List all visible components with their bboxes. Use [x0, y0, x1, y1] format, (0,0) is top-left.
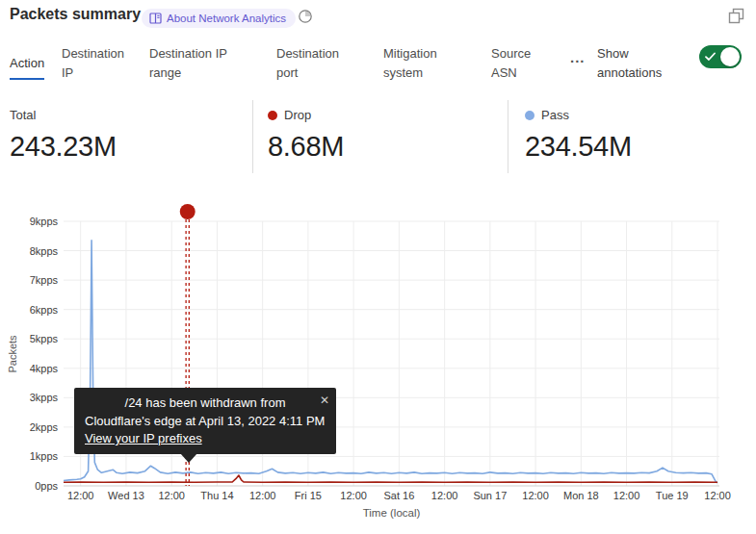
x-tick-label: 12:00 — [158, 490, 185, 501]
x-tick-label: Sun 17 — [473, 490, 507, 501]
x-tick-label: Mon 18 — [563, 490, 599, 501]
y-tick-label: 9kpps — [30, 216, 59, 227]
x-tick-label: 12:00 — [67, 490, 94, 501]
close-icon[interactable]: ✕ — [320, 392, 329, 410]
stat-pass-label: Pass — [541, 108, 569, 122]
drop-legend-dot — [268, 111, 277, 120]
x-tick-label: Wed 13 — [108, 490, 144, 501]
x-axis-title: Time (local) — [363, 507, 421, 519]
series-line-drop — [64, 475, 717, 482]
packets-summary-panel: Packets summary About Network Analytics … — [0, 0, 756, 534]
pass-legend-dot — [525, 111, 534, 120]
y-tick-label: 5kpps — [30, 333, 59, 344]
about-network-analytics-badge[interactable]: About Network Analytics — [142, 9, 296, 28]
more-tabs-button[interactable]: ... — [570, 49, 586, 65]
tab-destination-ip-range[interactable]: Destination IP range — [149, 44, 238, 82]
y-tick-label: 6kpps — [30, 304, 59, 316]
chart-area: 12:00Wed 1312:00Thu 1412:00Fri 1512:00Sa… — [0, 192, 756, 534]
annotation-tooltip: ✕ /24 has been withdrawn from Cloudflare… — [74, 388, 336, 454]
stat-total-value: 243.23M — [10, 131, 252, 163]
tooltip-line2: Cloudflare's edge at April 13, 2022 4:11… — [85, 413, 326, 431]
y-tick-label: 3kpps — [30, 392, 59, 403]
stat-drop-label: Drop — [284, 108, 311, 122]
x-tick-label: Tue 19 — [656, 490, 689, 501]
y-tick-label: 8kpps — [30, 245, 59, 257]
book-icon — [149, 13, 162, 24]
check-icon — [705, 52, 716, 62]
x-tick-label: 12:00 — [613, 490, 640, 501]
x-tick-label: 12:00 — [704, 490, 731, 501]
page-title: Packets summary — [10, 6, 141, 23]
stat-pass-value: 234.54M — [525, 131, 746, 163]
x-tick-label: Fri 15 — [295, 490, 322, 501]
x-tick-label: 12:00 — [249, 490, 276, 501]
tab-source-asn[interactable]: Source ASN — [491, 44, 539, 82]
badge-label: About Network Analytics — [167, 13, 286, 24]
y-tick-label: 2kpps — [30, 421, 59, 433]
annotation-dot[interactable] — [180, 204, 196, 219]
show-annotations-label: Show annotations — [597, 44, 680, 83]
y-tick-label: 0pps — [35, 480, 58, 492]
stat-drop-value: 8.68M — [268, 131, 508, 163]
tab-destination-port[interactable]: Destination port — [276, 44, 350, 82]
tooltip-line1: /24 has been withdrawn from — [85, 394, 326, 413]
toggle-knob — [720, 47, 740, 66]
x-tick-label: 12:00 — [431, 490, 458, 501]
x-tick-label: 12:00 — [522, 490, 549, 501]
stat-pass: Pass 234.54M — [508, 100, 746, 173]
tab-mitigation-system[interactable]: Mitigation system — [383, 44, 449, 82]
tab-action[interactable]: Action — [10, 54, 44, 80]
packets-chart: 12:00Wed 1312:00Thu 1412:00Fri 1512:00Sa… — [0, 192, 756, 534]
tooltip-arrow — [180, 453, 197, 463]
view-ip-prefixes-link[interactable]: View your IP prefixes — [85, 430, 202, 448]
stat-total-label: Total — [10, 108, 36, 122]
y-axis-title: Packets — [7, 335, 18, 373]
x-tick-label: Sat 16 — [383, 490, 414, 501]
stat-drop: Drop 8.68M — [252, 100, 508, 173]
x-tick-label: 12:00 — [340, 490, 367, 501]
y-tick-label: 4kpps — [30, 363, 59, 374]
annotations-toggle[interactable] — [699, 45, 742, 68]
stat-total: Total 243.23M — [10, 100, 252, 173]
stats-row: Total 243.23M Drop 8.68M Pass 234.54M — [10, 100, 746, 173]
y-tick-label: 7kpps — [30, 274, 59, 286]
time-period-icon[interactable] — [298, 9, 313, 24]
popout-window-icon[interactable] — [728, 8, 744, 24]
tab-destination-ip[interactable]: Destination IP — [62, 44, 131, 82]
y-tick-label: 1kpps — [30, 450, 59, 462]
x-tick-label: Thu 14 — [200, 490, 233, 501]
